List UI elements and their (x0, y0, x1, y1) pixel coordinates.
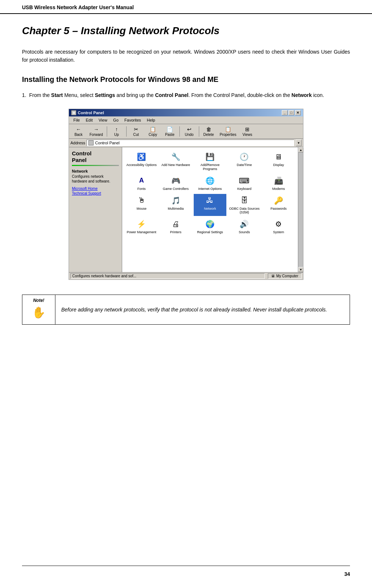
power-label: Power Management (127, 230, 156, 234)
menu-file[interactable]: File (70, 117, 83, 123)
accessibility-icon: ♿ (136, 152, 147, 162)
back-button[interactable]: ← Back (70, 125, 87, 137)
internet-icon: 🌐 (205, 176, 215, 186)
toolbar-separator-3 (179, 126, 180, 137)
icon-add-remove[interactable]: 💾 Add/Remove Programs (194, 150, 226, 173)
accessibility-label: Accessibility Options (126, 163, 157, 167)
toolbar: ← Back → Forward ↑ Up ✂ Cut 📋 (69, 124, 303, 139)
title-bar-buttons[interactable]: _ □ ✕ (282, 110, 301, 115)
left-panel-selected-item: Network (72, 169, 119, 173)
icon-odbc[interactable]: 🗄 ODBC Data Sources (32bit) (228, 194, 260, 216)
delete-button[interactable]: 🗑 Delete (201, 125, 217, 137)
scroll-down-button[interactable]: ▼ (298, 267, 303, 272)
toolbar-separator-4 (199, 126, 199, 137)
menu-favorites[interactable]: Favorites (121, 117, 144, 123)
toolbar-separator-2 (126, 126, 127, 137)
icon-printers[interactable]: 🖨 Printers (159, 217, 192, 236)
icon-keyboard[interactable]: ⌨ Keyboard (228, 174, 260, 192)
status-computer-icon: 🖥 (271, 274, 275, 278)
network-label: Network (204, 207, 216, 211)
game-icon: 🎮 (171, 176, 181, 186)
multimedia-label: Multimedia (168, 207, 184, 211)
menu-go[interactable]: Go (110, 117, 121, 123)
icon-datetime[interactable]: 🕐 Date/Time (228, 150, 260, 173)
close-button[interactable]: ✕ (295, 110, 301, 115)
display-label: Display (273, 163, 284, 167)
up-button[interactable]: ↑ Up (109, 125, 125, 137)
icon-regional[interactable]: 🌍 Regional Settings (194, 217, 226, 236)
note-box: Note! ✋ Before adding any network protoc… (22, 295, 350, 325)
forward-button[interactable]: → Forward (87, 125, 105, 137)
cut-icon: ✂ (132, 126, 140, 133)
left-panel-description: Configures network hardware and software… (72, 174, 119, 184)
back-icon: ← (75, 126, 82, 133)
icon-fonts[interactable]: A Fonts (125, 174, 158, 192)
technical-support-link[interactable]: Technical Support (72, 191, 119, 195)
section-heading: Installing the Network Protocols for Win… (0, 75, 372, 84)
icon-network[interactable]: 🖧 Network (194, 194, 226, 216)
icon-power[interactable]: ⚡ Power Management (125, 217, 158, 236)
icon-display[interactable]: 🖥 Display (262, 150, 295, 173)
left-panel: ControlPanel Network Configures network … (69, 147, 122, 272)
intro-text: Protocols are necessary for computers to… (0, 48, 372, 64)
internet-label: Internet Options (198, 187, 222, 191)
copy-button[interactable]: 📋 Copy (145, 125, 161, 137)
address-input[interactable]: Control Panel (87, 140, 294, 146)
header-title: USB Wireless Network Adapter User's Manu… (22, 4, 134, 10)
status-text: Configures network hardware and sof... (72, 274, 136, 278)
toolbar-separator-1 (107, 126, 107, 137)
icon-modems[interactable]: 📠 Modems (262, 174, 295, 192)
scroll-up-button[interactable]: ▲ (298, 147, 303, 152)
left-panel-divider (72, 165, 119, 166)
views-button[interactable]: ⊞ Views (239, 125, 255, 137)
delete-label: Delete (203, 133, 214, 137)
icon-sounds[interactable]: 🔊 Sounds (228, 217, 260, 236)
datetime-icon: 🕐 (239, 152, 249, 162)
icon-passwords[interactable]: 🔑 Passwords (262, 194, 295, 216)
icon-system[interactable]: ⚙ System (262, 217, 295, 236)
regional-label: Regional Settings (197, 230, 223, 234)
paste-button[interactable]: 📄 Paste (162, 125, 178, 137)
scroll-track[interactable] (298, 152, 303, 267)
menu-edit[interactable]: Edit (83, 117, 96, 123)
note-text: Before adding any network protocols, ver… (55, 295, 333, 324)
fonts-label: Fonts (137, 187, 146, 191)
menu-view[interactable]: View (96, 117, 110, 123)
icon-multimedia[interactable]: 🎵 Multimedia (159, 194, 192, 216)
cut-button[interactable]: ✂ Cut (128, 125, 144, 137)
mouse-icon: 🖱 (136, 195, 147, 206)
regional-icon: 🌍 (205, 219, 215, 229)
properties-button[interactable]: 📋 Properties (218, 125, 239, 137)
footer-line (22, 566, 350, 566)
printers-icon: 🖨 (171, 219, 181, 229)
add-remove-icon: 💾 (205, 152, 215, 162)
menu-help[interactable]: Help (144, 117, 158, 123)
maximize-button[interactable]: □ (288, 110, 294, 115)
sounds-label: Sounds (239, 230, 250, 234)
add-hardware-icon: 🔧 (171, 152, 181, 162)
minimize-button[interactable]: _ (282, 110, 288, 115)
icon-add-hardware[interactable]: 🔧 Add New Hardware (159, 150, 192, 173)
icons-grid: ♿ Accessibility Options 🔧 Add New Hardwa… (122, 147, 298, 272)
microsoft-home-link[interactable]: Microsoft Home (72, 187, 119, 191)
page-number: 34 (344, 571, 350, 577)
up-label: Up (114, 133, 119, 137)
control-panel-screenshot: ⊞ Control Panel _ □ ✕ File Edit View Go … (69, 109, 303, 280)
status-right: 🖥 My Computer (268, 273, 302, 279)
views-icon: ⊞ (244, 126, 251, 133)
undo-button[interactable]: ↩ Undo (181, 125, 197, 137)
icon-game[interactable]: 🎮 Game Controllers (159, 174, 192, 192)
odbc-label: ODBC Data Sources (32bit) (229, 207, 260, 215)
icon-internet[interactable]: 🌐 Internet Options (194, 174, 226, 192)
address-dropdown[interactable]: ▼ (296, 140, 302, 146)
scrollbar[interactable]: ▲ ▼ (298, 147, 303, 272)
note-icon: ✋ (32, 306, 45, 319)
system-icon: ⚙ (273, 219, 284, 229)
icon-mouse[interactable]: 🖱 Mouse (125, 194, 158, 216)
icon-accessibility[interactable]: ♿ Accessibility Options (125, 150, 158, 173)
up-icon: ↑ (113, 126, 120, 133)
forward-label: Forward (90, 133, 103, 137)
add-hardware-label: Add New Hardware (161, 163, 190, 167)
system-label: System (273, 230, 284, 234)
step-1-text: 1. From the Start Menu, select Settings … (0, 91, 372, 99)
